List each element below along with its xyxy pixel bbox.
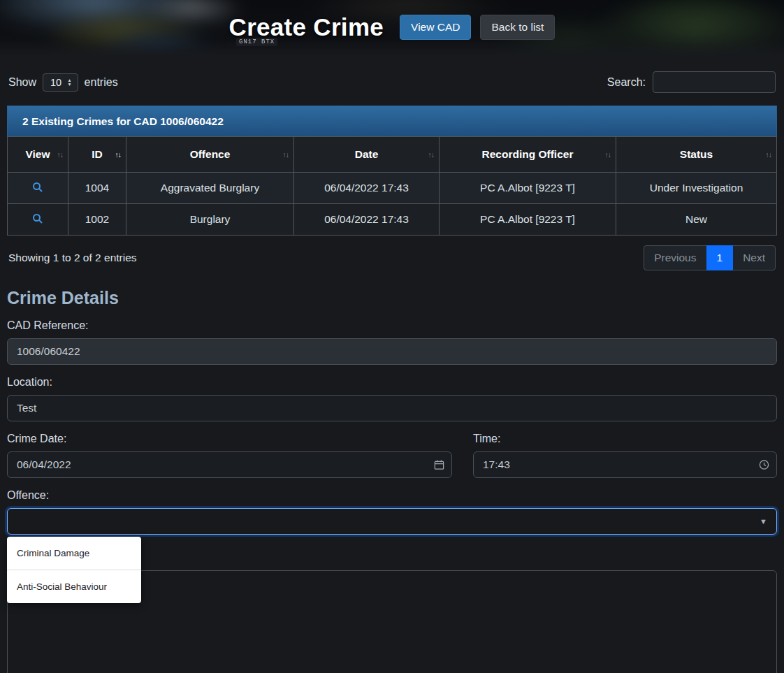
sort-icon: ↑↓	[605, 150, 611, 159]
next-page-button[interactable]: Next	[732, 245, 776, 270]
date-time-row: Crime Date: Time:	[7, 421, 777, 478]
table-row: 1004 Aggravated Burglary 06/04/2022 17:4…	[8, 173, 777, 204]
officer-cell: PC A.Albot [9223 T]	[440, 173, 616, 204]
show-label: Show	[8, 76, 36, 89]
panel-title: 2 Existing Crimes for CAD 1006/060422	[22, 115, 224, 128]
page-1-button[interactable]: 1	[706, 245, 734, 270]
col-header-status[interactable]: Status ↑↓	[616, 137, 777, 173]
table-row: 1002 Burglary 06/04/2022 17:43 PC A.Albo…	[8, 204, 777, 236]
search-label: Search:	[607, 76, 646, 89]
view-crime-button[interactable]	[28, 179, 48, 198]
offence-option-anti-social-behaviour[interactable]: Anti-Social Behaviour	[7, 570, 141, 603]
sort-icon: ↑↓	[57, 150, 64, 159]
entries-info: Showing 1 to 2 of 2 entries	[8, 252, 137, 264]
main-content: Show 10 ▲▼ entries Search: 2 Existing Cr…	[0, 71, 784, 673]
offence-cell: Aggravated Burglary	[126, 173, 294, 204]
existing-crimes-panel-header: 2 Existing Crimes for CAD 1006/060422	[7, 106, 777, 136]
page-header: GN17 BTX Create Crime View CAD Back to l…	[0, 0, 784, 55]
search-control: Search:	[607, 71, 776, 93]
status-cell: New	[616, 204, 777, 236]
magnifier-icon	[32, 213, 43, 224]
entries-label: entries	[85, 76, 118, 89]
page-size-select[interactable]: 10 ▲▼	[43, 73, 78, 92]
chevron-down-icon: ▼	[760, 517, 767, 526]
col-header-view[interactable]: View ↑↓	[8, 137, 68, 173]
time-input[interactable]	[473, 451, 777, 478]
table-header-row: View ↑↓ ID ↑↓ Offence ↑↓ Date ↑↓ Recordi…	[8, 137, 777, 173]
page-size-value: 10	[50, 77, 61, 88]
id-cell: 1004	[68, 173, 126, 204]
view-cell	[8, 204, 68, 236]
sort-icon: ↑↓	[283, 150, 289, 159]
id-cell: 1002	[68, 204, 126, 236]
magnifier-icon	[32, 182, 43, 193]
offence-select[interactable]: ▼	[7, 508, 777, 535]
crime-date-label: Crime Date:	[7, 433, 452, 445]
back-to-list-button[interactable]: Back to list	[480, 15, 555, 40]
cad-reference-label: CAD Reference:	[7, 319, 777, 332]
time-label: Time:	[473, 433, 777, 445]
view-cell	[8, 173, 68, 204]
calendar-icon[interactable]	[434, 460, 444, 470]
location-label: Location:	[7, 376, 777, 389]
table-footer: Showing 1 to 2 of 2 entries Previous 1 N…	[8, 245, 776, 270]
date-cell: 06/04/2022 17:43	[294, 204, 440, 236]
crimes-table: View ↑↓ ID ↑↓ Offence ↑↓ Date ↑↓ Recordi…	[7, 136, 777, 236]
date-cell: 06/04/2022 17:43	[294, 173, 440, 204]
col-header-offence[interactable]: Offence ↑↓	[126, 137, 294, 173]
previous-page-button[interactable]: Previous	[644, 245, 706, 270]
crime-date-input[interactable]	[7, 451, 452, 478]
offence-select-wrap: ▼ Criminal Damage Anti-Social Behaviour	[7, 508, 777, 535]
sort-icon: ↑↓	[766, 150, 772, 159]
col-header-id[interactable]: ID ↑↓	[68, 137, 126, 173]
col-header-recording-officer[interactable]: Recording Officer ↑↓	[440, 137, 616, 173]
location-input[interactable]	[7, 395, 777, 421]
sort-icon: ↑↓	[428, 150, 435, 159]
page-size-control: Show 10 ▲▼ entries	[8, 73, 118, 92]
cad-reference-input[interactable]	[7, 338, 777, 365]
offence-label: Offence:	[7, 489, 777, 502]
offence-dropdown: Criminal Damage Anti-Social Behaviour	[7, 537, 141, 603]
search-input[interactable]	[653, 71, 776, 93]
crime-details-heading: Crime Details	[7, 288, 777, 308]
col-header-date[interactable]: Date ↑↓	[294, 137, 440, 173]
page-title: Create Crime	[229, 13, 384, 41]
sort-icon: ↑↓	[115, 150, 122, 159]
table-controls: Show 10 ▲▼ entries Search:	[8, 71, 776, 93]
view-cad-button[interactable]: View CAD	[400, 15, 471, 40]
view-crime-button[interactable]	[28, 210, 48, 229]
status-cell: Under Investigation	[616, 173, 777, 204]
select-spinner-icon: ▲▼	[67, 78, 71, 86]
pagination: Previous 1 Next	[644, 245, 776, 270]
offence-option-criminal-damage[interactable]: Criminal Damage	[7, 537, 141, 570]
officer-cell: PC A.Albot [9223 T]	[440, 204, 616, 236]
offence-cell: Burglary	[126, 204, 294, 236]
clock-icon[interactable]	[759, 460, 769, 470]
